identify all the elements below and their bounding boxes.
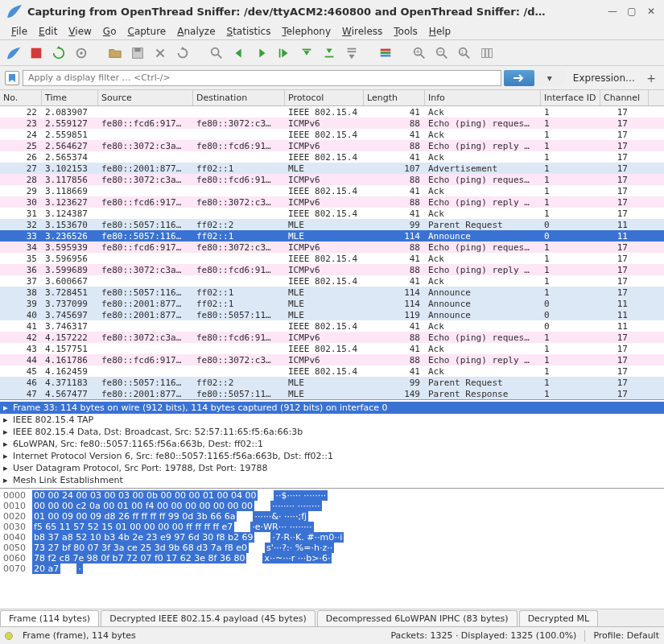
close-file-icon[interactable] [151,44,169,62]
packet-row[interactable]: 222.083907IEEE 802.15.441Ack117 [0,106,664,118]
hex-row[interactable]: 007020 a7 · [3,564,661,574]
zoom-reset-icon[interactable]: 1 [456,44,473,62]
packet-row[interactable]: 232.559127fe80::fcd6:917…fe80::3072:c3…I… [0,118,664,129]
bookmark-filter-icon[interactable] [5,71,19,85]
packet-row[interactable]: 273.102153fe80::2001:877…ff02::1MLE107Ad… [0,163,664,174]
menu-tools[interactable]: Tools [389,24,423,38]
menu-view[interactable]: View [64,24,96,38]
col-channel[interactable]: Channel [600,90,649,105]
save-file-icon[interactable] [129,44,146,62]
restart-capture-icon[interactable] [50,44,68,62]
packet-row[interactable]: 474.567477fe80::2001:877…fe80::5057:11…M… [0,388,664,399]
tree-item[interactable]: ▸6LoWPAN, Src: fe80::5057:1165:f56a:663b… [0,438,664,450]
packet-row[interactable]: 242.559851IEEE 802.15.441Ack117 [0,129,664,140]
packet-row[interactable]: 434.157751IEEE 802.15.441Ack117 [0,343,664,354]
packet-row[interactable]: 403.745697fe80::2001:877…fe80::5057:11…M… [0,309,664,320]
packet-row[interactable]: 444.161786fe80::fcd6:917…fe80::3072:c3…I… [0,354,664,365]
add-filter-button[interactable]: + [643,72,659,85]
tree-item[interactable]: ▸IEEE 802.15.4 TAP [0,414,664,426]
packet-row[interactable]: 454.162459IEEE 802.15.441Ack117 [0,365,664,377]
packet-row[interactable]: 293.118669IEEE 802.15.441Ack117 [0,185,664,196]
expert-info-icon[interactable] [5,632,13,640]
menu-wireless[interactable]: Wireless [337,24,387,38]
hex-row[interactable]: 0040b8 37 a8 52 10 b3 4b 2e 23 e9 97 6d … [3,532,661,543]
tree-item[interactable]: ▸Internet Protocol Version 6, Src: fe80:… [0,450,664,462]
packet-list[interactable]: No. Time Source Destination Protocol Len… [0,90,664,400]
find-packet-icon[interactable] [208,44,225,62]
reload-icon[interactable] [174,44,192,62]
hex-row[interactable]: 0030f5 65 11 57 52 15 01 00 00 00 00 ff … [3,522,661,532]
bytes-tab[interactable]: Decompressed 6LoWPAN IPHC (83 bytes) [317,610,518,626]
menu-capture[interactable]: Capture [122,24,171,38]
col-proto[interactable]: Protocol [285,90,364,105]
packet-row[interactable]: 252.564627fe80::3072:c3a…fe80::fcd6:91…I… [0,140,664,151]
packet-row[interactable]: 353.596956IEEE 802.15.441Ack117 [0,253,664,264]
display-filter-input[interactable] [23,70,501,86]
packet-details-pane[interactable]: ▸Frame 33: 114 bytes on wire (912 bits),… [0,400,664,489]
col-len[interactable]: Length [364,90,425,105]
minimize-icon[interactable]: — [606,5,619,18]
packet-row[interactable]: 333.236526fe80::5057:116…ff02::1MLE114An… [0,230,664,242]
hex-row[interactable]: 002001 00 09 00 09 d8 26 ff ff ff ff 99 … [3,511,661,522]
packet-row[interactable]: 393.737099fe80::2001:877…ff02::1MLE114An… [0,298,664,309]
packet-row[interactable]: 283.117856fe80::3072:c3a…fe80::fcd6:91…I… [0,174,664,185]
packet-row[interactable]: 383.728451fe80::5057:116…ff02::1MLE114An… [0,287,664,298]
hex-row[interactable]: 006078 f2 c8 7e 98 0f b7 72 07 f0 17 62 … [3,553,661,564]
menu-analyze[interactable]: Analyze [172,24,220,38]
menu-edit[interactable]: Edit [34,24,62,38]
maximize-icon[interactable]: ▢ [625,5,638,18]
tree-item[interactable]: ▸IEEE 802.15.4 Data, Dst: Broadcast, Src… [0,426,664,438]
col-iface[interactable]: Interface ID [541,90,600,105]
menu-telephony[interactable]: Telephony [277,24,336,38]
hex-row[interactable]: 000000 00 24 00 03 00 03 00 0b 00 00 00 … [3,490,661,501]
packet-row[interactable]: 262.565374IEEE 802.15.441Ack117 [0,151,664,163]
packet-row[interactable]: 343.595939fe80::fcd6:917…fe80::3072:c3…I… [0,242,664,253]
tree-item[interactable]: ▸User Datagram Protocol, Src Port: 19788… [0,462,664,474]
close-icon[interactable]: ✕ [645,5,658,18]
zoom-in-icon[interactable] [410,44,428,62]
zoom-out-icon[interactable] [433,44,451,62]
packet-list-header[interactable]: No. Time Source Destination Protocol Len… [0,90,664,106]
packet-row[interactable]: 373.600667IEEE 802.15.441Ack117 [0,275,664,287]
menu-go[interactable]: Go [98,24,122,38]
bytes-tab[interactable]: Frame (114 bytes) [0,610,99,626]
menu-file[interactable]: File [6,24,32,38]
auto-scroll-icon[interactable] [343,44,361,62]
capture-options-icon[interactable] [72,44,90,62]
col-dest[interactable]: Destination [193,90,285,105]
packet-row[interactable]: 413.746317IEEE 802.15.441Ack011 [0,320,664,332]
bytes-tab[interactable]: Decrypted IEEE 802.15.4 payload (45 byte… [101,610,316,626]
packet-row[interactable]: 303.123627fe80::fcd6:917…fe80::3072:c3…I… [0,196,664,208]
status-profile[interactable]: Profile: Default [593,630,659,641]
bytes-tab[interactable]: Decrypted ML [519,610,598,626]
tree-item[interactable]: ▸Frame 33: 114 bytes on wire (912 bits),… [0,402,664,414]
packet-row[interactable]: 323.153670fe80::5057:116…ff02::2MLE99Par… [0,219,664,230]
packet-row[interactable]: 424.157222fe80::3072:c3a…fe80::fcd6:91…I… [0,332,664,343]
packet-row[interactable]: 313.124387IEEE 802.15.441Ack117 [0,208,664,219]
go-to-packet-icon[interactable] [275,44,293,62]
colorize-icon[interactable] [377,44,394,62]
go-first-icon[interactable] [298,44,316,62]
col-time[interactable]: Time [42,90,98,105]
col-source[interactable]: Source [98,90,193,105]
open-file-icon[interactable] [106,44,124,62]
packet-bytes-pane[interactable]: 000000 00 24 00 03 00 03 00 0b 00 00 00 … [0,489,664,609]
filter-dropdown-button[interactable]: ▾ [534,70,565,86]
stop-capture-icon[interactable] [27,44,45,62]
expression-button[interactable]: Expression… [565,72,643,84]
col-no[interactable]: No. [0,90,42,105]
resize-columns-icon[interactable] [478,44,496,62]
go-forward-icon[interactable] [253,44,270,62]
packet-row[interactable]: 464.371183fe80::5057:116…ff02::2MLE99Par… [0,377,664,388]
fin-icon[interactable] [5,44,23,62]
apply-filter-button[interactable] [504,70,534,86]
go-back-icon[interactable] [230,44,248,62]
hex-row[interactable]: 001000 00 00 c2 0a 00 01 00 f4 00 00 00 … [3,501,661,511]
tree-item[interactable]: ▸Mesh Link Establishment [0,474,664,486]
menu-statistics[interactable]: Statistics [222,24,276,38]
hex-row[interactable]: 005073 27 bf 80 07 3f 3a ce 25 3d 9b 68 … [3,543,661,553]
menu-help[interactable]: Help [424,24,456,38]
packet-row[interactable]: 363.599689fe80::3072:c3a…fe80::fcd6:91…I… [0,264,664,275]
col-info[interactable]: Info [425,90,541,105]
go-last-icon[interactable] [320,44,338,62]
